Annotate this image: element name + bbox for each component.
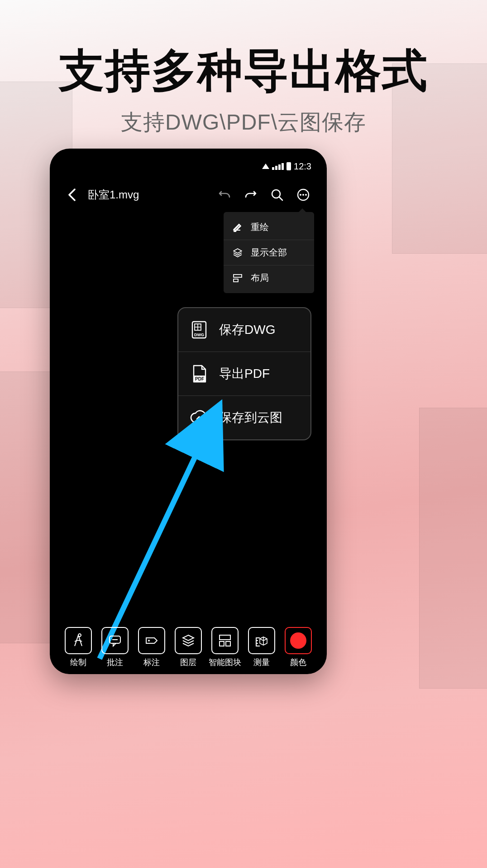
- tool-label: 批注: [107, 657, 123, 668]
- tool-label: 绘制: [70, 657, 86, 668]
- export-save-cloud[interactable]: 保存到云图: [178, 396, 310, 439]
- app-bar: 卧室1.mvg: [58, 181, 319, 208]
- pen-icon: [232, 222, 244, 233]
- redo-icon: [244, 188, 258, 202]
- marketing-headline: 支持多种导出格式: [0, 41, 487, 102]
- tool-label: 颜色: [290, 657, 306, 668]
- svg-text:DWG: DWG: [194, 333, 204, 337]
- export-item-label: 保存DWG: [219, 321, 275, 338]
- tool-label: 标注: [143, 657, 160, 668]
- bottom-toolbar: 绘制 批注 标注 图层 智能图块 测量: [58, 621, 319, 674]
- search-button[interactable]: [267, 185, 287, 205]
- menu-item-label: 重绘: [251, 221, 269, 233]
- menu-item-label: 显示全部: [251, 246, 287, 259]
- tool-measure[interactable]: 测量: [245, 627, 278, 668]
- redo-button[interactable]: [241, 185, 261, 205]
- comment-icon: [107, 632, 123, 649]
- status-time: 12:3: [294, 161, 311, 172]
- tool-color[interactable]: 颜色: [282, 627, 315, 668]
- layers-icon: [232, 247, 244, 259]
- svg-rect-6: [234, 279, 238, 282]
- blocks-icon: [217, 632, 233, 649]
- file-title: 卧室1.mvg: [88, 188, 139, 202]
- export-item-label: 导出PDF: [219, 365, 270, 382]
- svg-point-4: [305, 194, 307, 196]
- dwg-file-icon: DWG: [189, 320, 209, 340]
- record-dot-icon: [290, 632, 306, 649]
- undo-icon: [218, 188, 231, 202]
- chevron-left-icon: [67, 188, 77, 201]
- tool-draw[interactable]: 绘制: [62, 627, 95, 668]
- svg-point-14: [148, 640, 150, 641]
- compass-icon: [70, 632, 86, 649]
- tool-annotate[interactable]: 标注: [135, 627, 168, 668]
- tool-layers[interactable]: 图层: [172, 627, 205, 668]
- export-item-label: 保存到云图: [219, 409, 282, 426]
- export-pdf[interactable]: PDF 导出PDF: [178, 352, 310, 396]
- cloud-upload-icon: [189, 408, 209, 428]
- bg-decor: [419, 408, 487, 689]
- svg-point-2: [300, 194, 301, 196]
- layers-icon: [180, 632, 196, 649]
- svg-rect-5: [234, 275, 242, 277]
- menu-item-show-all[interactable]: 显示全部: [224, 240, 314, 265]
- svg-point-3: [302, 194, 304, 196]
- status-bar: 12:3: [58, 157, 319, 176]
- svg-text:PDF: PDF: [195, 376, 204, 381]
- status-signal-icon: [272, 163, 284, 170]
- tag-icon: [143, 632, 160, 649]
- undo-button[interactable]: [215, 185, 234, 205]
- svg-rect-16: [220, 641, 224, 646]
- tool-blocks[interactable]: 智能图块: [209, 627, 241, 668]
- search-icon: [270, 188, 284, 202]
- tool-label: 测量: [253, 657, 270, 668]
- menu-item-label: 布局: [251, 272, 269, 284]
- pdf-file-icon: PDF: [189, 364, 209, 384]
- overflow-menu: 重绘 显示全部 布局: [224, 212, 314, 293]
- phone-frame: 12:3 卧室1.mvg: [50, 149, 327, 674]
- export-save-dwg[interactable]: DWG 保存DWG: [178, 308, 310, 352]
- status-battery-icon: [286, 162, 291, 170]
- ruler-cube-icon: [253, 632, 270, 649]
- svg-rect-17: [226, 641, 230, 646]
- status-wifi-icon: [262, 164, 269, 169]
- marketing-subhead: 支持DWG\PDF\云图保存: [0, 108, 487, 137]
- menu-item-layout[interactable]: 布局: [224, 265, 314, 290]
- layout-icon: [232, 272, 244, 284]
- more-button[interactable]: [293, 185, 313, 205]
- more-horizontal-icon: [296, 188, 310, 202]
- tool-comment[interactable]: 批注: [99, 627, 131, 668]
- phone-screen: 12:3 卧室1.mvg: [58, 157, 319, 674]
- tool-label: 智能图块: [209, 657, 241, 668]
- back-button[interactable]: [63, 186, 81, 204]
- tool-label: 图层: [180, 657, 196, 668]
- svg-rect-15: [220, 635, 230, 640]
- export-menu: DWG 保存DWG PDF 导出PDF: [177, 307, 311, 440]
- menu-item-redraw[interactable]: 重绘: [224, 215, 314, 240]
